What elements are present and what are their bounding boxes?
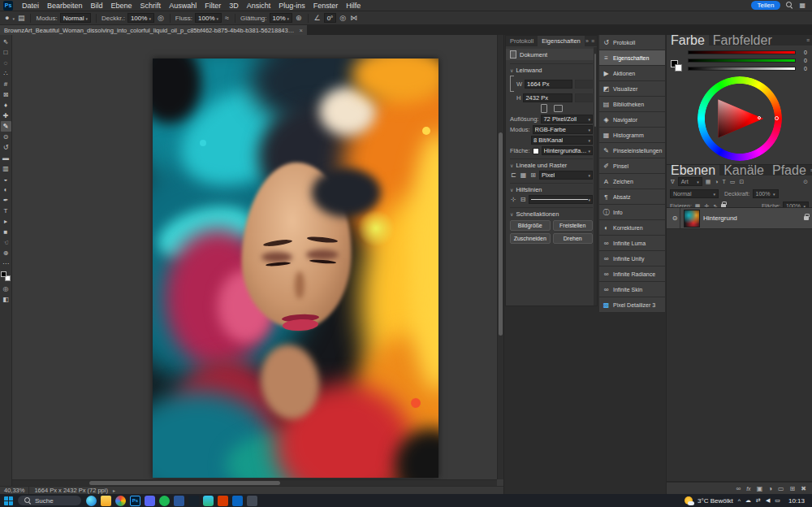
dock-visualizer[interactable]: ◩Visualizer [599, 81, 665, 96]
add-guide-icon[interactable]: ⊹ [510, 196, 517, 203]
blend-mode-select[interactable]: Normal [670, 189, 719, 198]
frame-tool[interactable]: ⊠ [1, 89, 11, 100]
close-icon[interactable]: × [300, 27, 303, 34]
quick-selection-tool[interactable]: ∴ [1, 68, 11, 79]
grid-icon[interactable]: ▦ [520, 171, 528, 179]
blend-mode-select[interactable]: Normal [60, 13, 91, 23]
opacity-field[interactable]: 100% [127, 13, 154, 23]
taskbar-app-icon[interactable] [101, 496, 111, 506]
crop-button[interactable]: Freistellen [553, 220, 594, 231]
taskbar-app-icon[interactable] [218, 496, 228, 506]
taskbar-app-icon-photoshop[interactable]: Ps [130, 496, 140, 506]
brush-preset-icon[interactable]: ● [4, 14, 10, 22]
path-selection-tool[interactable]: ▸ [1, 216, 11, 227]
delete-layer-icon[interactable]: ✖ [801, 485, 806, 492]
dock-pixel-detailizer[interactable]: ▩Pixel Detailizer 3 [599, 297, 665, 312]
menu-3d[interactable]: 3D [225, 2, 243, 10]
menu-plugins[interactable]: Plug-ins [274, 2, 309, 10]
red-slider[interactable] [688, 50, 796, 54]
menu-schrift[interactable]: Schrift [136, 2, 166, 10]
dock-korrekturen[interactable]: ◐Korrekturen [599, 220, 665, 235]
type-tool[interactable]: T [1, 206, 11, 216]
fg-bg-swatches[interactable] [671, 60, 682, 72]
filter-toggle-icon[interactable]: ⊙ [802, 179, 809, 185]
dock-infinite-skin[interactable]: ∞Infinite Skin [599, 282, 665, 297]
marquee-tool[interactable]: □ [1, 47, 11, 58]
airbrush-icon[interactable]: ≈ [224, 14, 230, 22]
panel-menu-icon[interactable]: ≡ [806, 37, 810, 43]
color-wheel[interactable] [698, 76, 782, 161]
canvas-area[interactable] [12, 35, 503, 486]
menu-ebene[interactable]: Ebene [107, 2, 136, 10]
symmetry-icon[interactable]: ⋈ [349, 14, 358, 22]
history-brush-tool[interactable]: ↺ [1, 142, 11, 153]
menu-ansicht[interactable]: Ansicht [243, 2, 275, 10]
trim-button[interactable]: Zuschneiden [510, 233, 551, 244]
layer-name[interactable]: Hintergrund [703, 214, 737, 222]
dock-bibliotheken[interactable]: ▤Bibliotheken [599, 97, 665, 111]
tray-expand-icon[interactable]: ^ [738, 498, 741, 504]
artwork-canvas[interactable] [153, 58, 438, 478]
panel-scrollbar[interactable] [594, 47, 597, 306]
taskbar-app-icon[interactable] [232, 496, 243, 506]
layer-row-hintergrund[interactable]: ⊙ Hintergrund [667, 208, 812, 229]
tab-kanaele[interactable]: Kanäle [719, 165, 768, 176]
dodge-tool[interactable]: ◐ [1, 184, 11, 195]
menu-filter[interactable]: Filter [201, 2, 225, 10]
filter-type-select[interactable]: Art [678, 177, 702, 186]
adjustment-layer-icon[interactable]: ◑ [768, 485, 772, 492]
taskbar-app-icon[interactable] [174, 496, 184, 506]
weather-text[interactable]: 3°C Bewölkt [698, 497, 733, 505]
dock-pinseleinstellungen[interactable]: ✎Pinseleinstellungen [599, 143, 665, 158]
flow-field[interactable]: 100% [195, 13, 222, 23]
weather-icon[interactable] [685, 496, 693, 505]
tab-eigenschaften[interactable]: Eigenschaften [538, 36, 585, 46]
brush-panel-toggle-icon[interactable]: ▤ [17, 14, 26, 22]
dock-infinite-unity[interactable]: ∞Infinite Unity [599, 251, 665, 266]
menu-hilfe[interactable]: Hilfe [342, 2, 365, 10]
horizontal-scrollbar-thumb[interactable] [89, 481, 280, 485]
blue-slider[interactable] [688, 67, 796, 71]
color-marker[interactable] [758, 116, 761, 119]
link-layers-icon[interactable]: ∞ [736, 485, 741, 492]
fill-select[interactable]: Hintergrundfarbe [542, 146, 593, 155]
taskbar-app-icon[interactable] [159, 496, 170, 506]
tab-pfade[interactable]: Pfade [768, 165, 810, 176]
unit-select[interactable]: Pixel [539, 171, 593, 180]
resolution-select[interactable]: 72 Pixel/Zoll [541, 115, 593, 124]
rotate-button[interactable]: Drehen [553, 233, 594, 244]
dock-pinsel[interactable]: ✐Pinsel [599, 158, 665, 173]
dock-absatz[interactable]: ¶Absatz [599, 189, 665, 204]
filter-shape-icon[interactable]: ▭ [729, 179, 736, 185]
lasso-tool[interactable]: ◌ [1, 58, 11, 68]
taskbar-app-icon[interactable] [115, 496, 126, 506]
clone-stamp-tool[interactable]: ⊙ [1, 132, 11, 142]
panel-menu-icon[interactable]: ≡ [591, 38, 594, 44]
layer-thumbnail[interactable] [684, 210, 700, 228]
tab-farbe[interactable]: Farbe [667, 35, 709, 46]
fill-color-swatch[interactable] [533, 148, 539, 154]
search-icon[interactable] [786, 2, 793, 9]
start-button[interactable] [4, 496, 13, 505]
pen-tool[interactable]: ✒ [1, 195, 11, 206]
dock-histogramm[interactable]: ▦Histogramm [599, 128, 665, 142]
blur-tool[interactable]: ◒ [1, 174, 11, 184]
section-schnellaktionen[interactable]: ∨Schnellaktionen [510, 207, 593, 218]
tab-protokoll[interactable]: Protokoll [506, 36, 538, 46]
guides-icon[interactable]: ⊞ [529, 171, 537, 179]
zoom-level-field[interactable]: 40,33% [0, 487, 29, 494]
image-size-button[interactable]: Bildgröße [510, 220, 551, 231]
collapse-icon[interactable]: » [585, 38, 589, 44]
filter-smart-object-icon[interactable]: ⊡ [738, 179, 745, 185]
hand-tool[interactable]: ☜ [1, 237, 11, 248]
opacity-select[interactable]: 100% [753, 189, 779, 198]
screen-mode-button[interactable]: ◧ [1, 294, 11, 305]
dock-infinite-luma[interactable]: ∞Infinite Luma [599, 236, 665, 250]
portrait-orientation-button[interactable] [541, 104, 547, 113]
dock-info[interactable]: ⓘInfo [599, 205, 665, 219]
workspace-icon[interactable]: ▦ [799, 2, 806, 9]
tab-ebenen[interactable]: Ebenen [667, 165, 719, 176]
zoom-tool[interactable]: ⊕ [1, 248, 11, 258]
share-button[interactable]: Teilen [751, 1, 781, 10]
new-group-icon[interactable]: ▭ [778, 485, 784, 492]
